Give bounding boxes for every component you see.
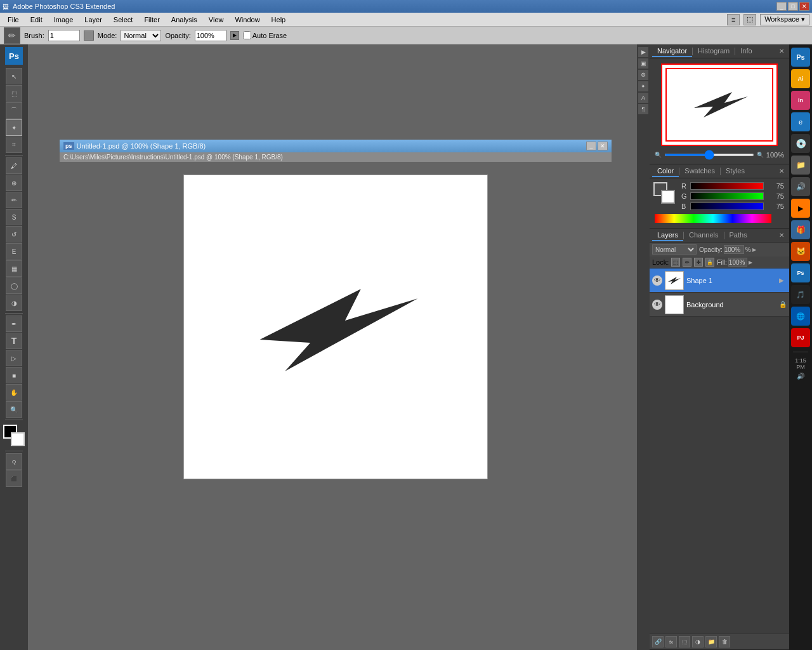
layer-trash-icon[interactable]: 🗑 — [719, 636, 730, 647]
blur-tool[interactable]: ◯ — [6, 277, 22, 294]
lasso-tool[interactable]: ⌒ — [6, 102, 22, 119]
menu-help[interactable]: Help — [266, 15, 291, 25]
dock-ai-icon[interactable]: Ai — [791, 69, 810, 88]
layer-adj-icon[interactable]: ◑ — [692, 636, 704, 647]
r-slider[interactable] — [690, 182, 764, 190]
eyedropper-tool[interactable]: 🖍 — [6, 157, 22, 174]
dock-folder-icon[interactable]: 📁 — [791, 156, 810, 175]
zoom-in-icon[interactable]: 🔍 — [757, 152, 764, 158]
dock-ps-icon[interactable]: Ps — [791, 48, 810, 67]
nav-collapse-btn[interactable]: ✕ — [776, 48, 787, 55]
layer-options-shape1[interactable]: ▶ — [776, 275, 787, 286]
dock-ie-icon[interactable]: e — [791, 112, 810, 131]
healing-tool[interactable]: ⊕ — [6, 175, 22, 191]
magic-wand-tool[interactable]: ✦ — [6, 119, 22, 136]
lock-paint-btn[interactable]: ✏ — [683, 258, 691, 267]
minimize-button[interactable]: _ — [776, 2, 787, 11]
dodge-tool[interactable]: ◑ — [6, 295, 22, 311]
menu-edit[interactable]: Edit — [25, 15, 48, 25]
dock-music-icon[interactable]: 🎵 — [791, 285, 810, 304]
tab-color[interactable]: Color — [652, 166, 679, 177]
fill-arrow-icon[interactable]: ▶ — [749, 260, 752, 265]
tab-paths[interactable]: Paths — [724, 230, 752, 241]
zoom-out-icon[interactable]: 🔍 — [655, 152, 662, 158]
side-icon-1[interactable]: ▶ — [638, 47, 648, 57]
lock-position-btn[interactable]: ✛ — [694, 258, 703, 267]
layer-folder-icon[interactable]: 📁 — [705, 636, 717, 647]
opacity-arrow[interactable]: ▶ — [230, 31, 239, 40]
dock-character-icon[interactable]: 🐱 — [791, 242, 810, 261]
layers-collapse-btn[interactable]: ✕ — [776, 232, 787, 239]
gradient-tool[interactable]: ▦ — [6, 260, 22, 277]
tab-styles[interactable]: Styles — [721, 166, 750, 177]
side-icon-5[interactable]: A — [638, 93, 648, 103]
menu-file[interactable]: File — [3, 15, 24, 25]
lock-transparent-btn[interactable]: ⬚ — [671, 258, 680, 267]
side-icon-6[interactable]: ¶ — [638, 104, 648, 114]
history-tool[interactable]: ↺ — [6, 226, 22, 242]
close-button[interactable]: ✕ — [799, 2, 809, 11]
layer-visibility-bg[interactable]: 👁 — [652, 300, 662, 310]
hand-tool[interactable]: ✋ — [6, 384, 22, 401]
tab-histogram[interactable]: Histogram — [693, 46, 735, 57]
document-controls[interactable]: _ ✕ — [586, 142, 608, 150]
bridge-btn[interactable]: ⬚ — [743, 14, 756, 25]
opacity-arrow-icon[interactable]: ▶ — [752, 247, 756, 253]
layers-mode-select[interactable]: Normal Multiply Screen — [652, 244, 697, 255]
shape-tool[interactable]: ■ — [6, 367, 22, 383]
dock-pj-icon[interactable]: PJ — [791, 328, 810, 347]
doc-minimize-btn[interactable]: _ — [586, 142, 596, 150]
dock-disc-icon[interactable]: 💿 — [791, 134, 810, 153]
brush-input[interactable] — [48, 30, 80, 41]
panel-toggle-btn[interactable]: ≡ — [727, 14, 740, 25]
canvas[interactable] — [183, 175, 488, 479]
menu-image[interactable]: Image — [49, 15, 79, 25]
pen-tool[interactable]: ✒ — [6, 315, 22, 332]
dock-speaker-icon[interactable]: 🔊 — [791, 177, 810, 196]
quick-mask-btn[interactable]: Q — [6, 453, 22, 470]
dock-volume-icon[interactable]: 🔊 — [797, 373, 804, 380]
zoom-tool[interactable]: 🔍 — [6, 401, 22, 418]
color-spectrum[interactable] — [655, 214, 771, 223]
side-icon-4[interactable]: ✦ — [638, 81, 648, 91]
layer-visibility-shape1[interactable]: 👁 — [652, 275, 662, 286]
pencil-tool-icon[interactable]: ✏ — [4, 27, 20, 44]
workspace-button[interactable]: Workspace ▾ — [760, 14, 809, 25]
screen-mode-btn[interactable]: ⬛ — [6, 470, 22, 487]
marquee-tool[interactable]: ⬚ — [6, 85, 22, 102]
menu-filter[interactable]: Filter — [139, 15, 164, 25]
b-slider[interactable] — [690, 202, 764, 210]
text-tool[interactable]: T — [6, 333, 22, 349]
tab-swatches[interactable]: Swatches — [679, 166, 720, 177]
auto-erase-checkbox[interactable]: Auto Erase — [243, 31, 287, 39]
color-collapse-btn[interactable]: ✕ — [776, 168, 787, 175]
dock-vlc-icon[interactable]: ▶ — [791, 199, 810, 218]
layer-link-icon[interactable]: 🔗 — [652, 636, 664, 647]
menu-window[interactable]: Window — [230, 15, 265, 25]
doc-close-btn[interactable]: ✕ — [598, 142, 608, 150]
fill-input[interactable] — [728, 258, 747, 267]
dock-network-icon[interactable]: 🌐 — [791, 307, 810, 326]
menu-analysis[interactable]: Analysis — [166, 15, 202, 25]
crop-tool[interactable]: ⌗ — [6, 136, 22, 153]
background-color[interactable] — [11, 432, 25, 446]
dock-ps2-icon[interactable]: Ps — [791, 263, 810, 282]
menu-view[interactable]: View — [204, 15, 229, 25]
g-slider[interactable] — [690, 192, 764, 200]
dock-in-icon[interactable]: In — [791, 91, 810, 110]
dock-gift-icon[interactable]: 🎁 — [791, 220, 810, 239]
layer-mask-icon[interactable]: ⬚ — [679, 636, 690, 647]
opacity-input[interactable] — [195, 30, 226, 41]
tab-info[interactable]: Info — [735, 46, 757, 57]
zoom-slider[interactable] — [664, 154, 754, 156]
menu-layer[interactable]: Layer — [79, 15, 107, 25]
layer-row-background[interactable]: 👁 Background 🔒 — [650, 293, 789, 317]
side-icon-3[interactable]: ⚙ — [638, 70, 648, 80]
lock-all-btn[interactable]: 🔒 — [705, 258, 714, 267]
layers-opacity-input[interactable] — [724, 245, 744, 254]
menu-select[interactable]: Select — [108, 15, 138, 25]
eraser-tool[interactable]: E — [6, 243, 22, 260]
fg-bg-swatch[interactable] — [3, 425, 25, 446]
layer-row-shape1[interactable]: 👁 Shape 1 ▶ — [650, 269, 789, 293]
tab-channels[interactable]: Channels — [684, 230, 723, 241]
